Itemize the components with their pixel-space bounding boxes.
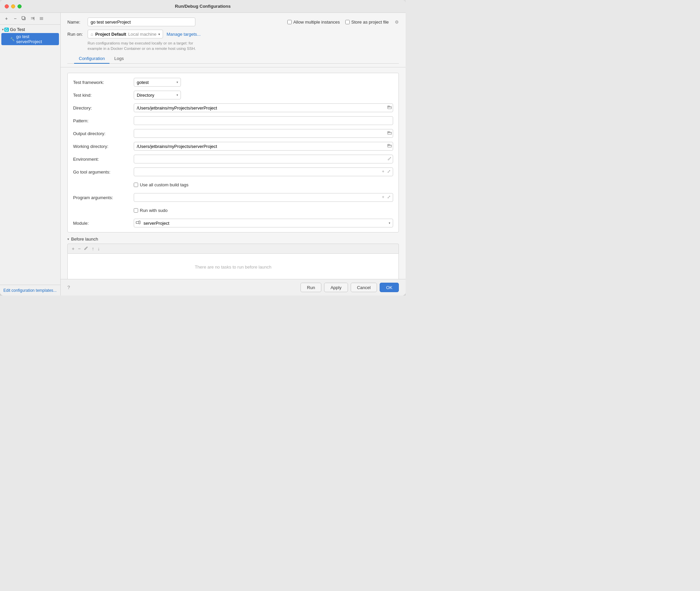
test-kind-select[interactable]: Directory Package File [134,91,181,99]
test-framework-select[interactable]: gotest [134,78,181,87]
pattern-row: Pattern: [73,116,393,126]
sidebar-item-label: Go Test [10,27,25,32]
sidebar: + − [0,13,61,296]
working-directory-input[interactable] [134,142,393,151]
before-launch-header[interactable]: ▾ Before launch [67,237,399,242]
test-framework-label: Test framework: [73,80,134,85]
move-into-button[interactable] [29,15,36,22]
run-with-sudo-label[interactable]: Run with sudo [134,208,167,213]
maximize-button[interactable] [18,4,22,8]
go-test-icon: G [4,28,9,32]
program-args-wrap: + ⤢ [134,193,393,202]
test-framework-row: Test framework: gotest ▾ [73,77,393,87]
chevron-down-icon: ▾ [2,28,4,31]
program-args-add-button[interactable]: + [381,194,385,200]
runon-row: Run on: ⌂ Project Default Local machine … [67,30,399,38]
run-with-sudo-row: Run with sudo [73,205,393,215]
copy-config-button[interactable] [20,15,28,22]
go-tool-args-add-button[interactable]: + [381,168,385,174]
directory-label: Directory: [73,105,134,111]
environment-row: Environment: [73,154,393,164]
cancel-button[interactable]: Cancel [351,283,377,292]
main-panel: Name: Allow multiple instances Store as … [61,13,406,296]
help-icon[interactable]: ? [67,285,70,290]
go-tool-args-expand-button[interactable]: ⤢ [386,168,392,174]
test-kind-select-wrap: Directory Package File ▾ [134,91,181,99]
module-row: Module: serverProject ▾ [73,218,393,228]
store-as-project-label[interactable]: Store as project file [345,20,389,25]
run-config-icon: 🔧 [10,37,15,41]
allow-multiple-label[interactable]: Allow multiple instances [287,20,340,25]
program-args-expand-button[interactable]: ⤢ [386,194,392,200]
content-area: + − [0,13,406,296]
no-tasks-text: There are no tasks to run before launch [195,265,272,270]
tab-configuration[interactable]: Configuration [74,54,109,64]
environment-wrap [134,155,393,163]
environment-input[interactable] [134,155,393,163]
directory-row: Directory: [73,103,393,113]
before-launch-body: There are no tasks to run before launch [67,253,399,279]
before-launch-section: ▾ Before launch + − ↑ ↓ [67,237,399,279]
name-input[interactable] [88,18,195,26]
edit-templates-link[interactable]: Edit configuration templates... [3,288,57,293]
module-select[interactable]: serverProject [134,219,393,227]
pattern-input[interactable] [134,116,393,125]
go-tool-args-wrap: + ⤢ [134,167,393,176]
store-as-project-checkbox[interactable] [345,20,350,24]
sidebar-item-server-project[interactable]: 🔧 go test serverProject [1,33,59,45]
gear-icon[interactable]: ⚙ [395,20,399,25]
output-directory-input[interactable] [134,129,393,138]
test-framework-select-wrap: gotest ▾ [134,78,181,87]
add-config-button[interactable]: + [3,15,10,22]
before-launch-toolbar: + − ↑ ↓ [67,244,399,253]
remove-config-button[interactable]: − [11,15,19,22]
before-launch-edit-button[interactable] [83,245,90,252]
go-tool-args-row: Go tool arguments: + ⤢ [73,167,393,177]
go-tool-args-input[interactable] [134,167,393,176]
minimize-button[interactable] [11,4,15,8]
tabs-bar: Configuration Logs [67,54,399,64]
runon-dropdown[interactable]: ⌂ Project Default Local machine ▾ [88,30,163,38]
apply-button[interactable]: Apply [324,283,348,292]
working-directory-label: Working directory: [73,144,134,149]
working-directory-wrap [134,142,393,151]
main-window: Run/Debug Configurations + − [0,0,406,296]
close-button[interactable] [5,4,9,8]
project-default-text: Project Default [95,32,126,37]
output-directory-browse-button[interactable] [387,131,392,136]
module-select-wrap: serverProject ▾ [134,219,393,227]
chevron-down-icon: ▾ [158,32,160,36]
program-args-input[interactable] [134,193,393,202]
environment-edit-button[interactable] [387,156,392,162]
go-tool-args-label: Go tool arguments: [73,169,134,175]
run-button[interactable]: Run [300,283,321,292]
before-launch-remove-button[interactable]: − [76,245,82,252]
program-args-label: Program arguments: [73,195,134,200]
program-args-actions: + ⤢ [381,194,392,200]
before-launch-down-button[interactable]: ↓ [96,245,101,252]
config-header: Name: Allow multiple instances Store as … [61,13,406,67]
directory-browse-button[interactable] [387,105,392,111]
test-kind-label: Test kind: [73,93,134,98]
titlebar: Run/Debug Configurations [0,0,406,13]
config-tree: ▾ G Go Test 🔧 go test serverProject [0,25,60,285]
directory-input[interactable] [134,103,393,112]
custom-build-tags-label[interactable]: Use all custom build tags [134,182,189,187]
working-directory-browse-button[interactable] [387,144,392,149]
sidebar-item-go-test[interactable]: ▾ G Go Test [0,26,60,33]
run-with-sudo-checkbox[interactable] [134,208,138,213]
config-section: Test framework: gotest ▾ Test kind: [67,73,399,232]
tab-logs[interactable]: Logs [109,54,128,64]
before-launch-up-button[interactable]: ↑ [90,245,95,252]
run-hint: Run configurations may be executed local… [88,40,399,51]
working-directory-row: Working directory: [73,141,393,151]
name-field-label: Name: [67,20,84,25]
before-launch-add-button[interactable]: + [70,245,76,252]
manage-targets-link[interactable]: Manage targets... [166,32,200,37]
output-directory-label: Output directory: [73,131,134,136]
allow-multiple-checkbox[interactable] [287,20,292,24]
checkbox-group: Allow multiple instances Store as projec… [287,20,399,25]
ok-button[interactable]: OK [380,283,399,292]
sort-button[interactable] [38,15,45,22]
custom-build-tags-checkbox[interactable] [134,183,138,187]
